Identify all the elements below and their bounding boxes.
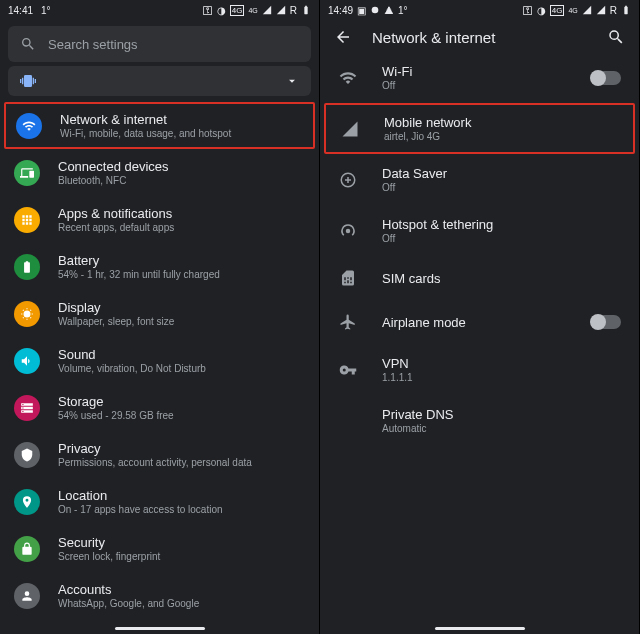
roaming-indicator: R xyxy=(290,5,297,16)
chevron-down-icon xyxy=(285,74,299,88)
item-sub: Off xyxy=(382,233,621,244)
vibrate-icon: ◑ xyxy=(537,5,546,16)
nav-gesture-pill[interactable] xyxy=(115,627,205,630)
vibrate-icon: ◑ xyxy=(217,5,226,16)
accounts-icon xyxy=(14,583,40,609)
airplane-toggle[interactable] xyxy=(591,315,621,329)
item-title: Privacy xyxy=(58,441,252,456)
nav-gesture-pill[interactable] xyxy=(435,627,525,630)
settings-item-apps[interactable]: Apps & notifications Recent apps, defaul… xyxy=(0,196,319,243)
signal-icon xyxy=(340,119,360,139)
item-sub: Volume, vibration, Do Not Disturb xyxy=(58,363,206,374)
lte-icon: 4G xyxy=(248,7,257,14)
vibrate-icon xyxy=(20,73,36,89)
net-item-vpn[interactable]: VPN 1.1.1.1 xyxy=(320,344,639,395)
settings-item-display[interactable]: Display Wallpaper, sleep, font size xyxy=(0,290,319,337)
item-title: Airplane mode xyxy=(382,315,567,330)
signal-icon xyxy=(582,5,592,15)
wifi-icon xyxy=(16,113,42,139)
item-sub: On - 17 apps have access to location xyxy=(58,504,223,515)
item-title: Private DNS xyxy=(382,407,621,422)
item-title: Storage xyxy=(58,394,174,409)
settings-item-security[interactable]: Security Screen lock, fingerprint xyxy=(0,525,319,572)
ringer-chip-row[interactable] xyxy=(8,66,311,96)
privacy-icon xyxy=(14,442,40,468)
net-item-wifi[interactable]: Wi-Fi Off xyxy=(320,52,639,103)
temp-indicator: 1° xyxy=(398,5,408,16)
net-item-airplane[interactable]: Airplane mode xyxy=(320,300,639,344)
item-sub: Off xyxy=(382,80,567,91)
item-sub: Screen lock, fingerprint xyxy=(58,551,160,562)
settings-gear-icon xyxy=(370,5,380,15)
signal-icon xyxy=(262,5,272,15)
nav-icon: ⯅ xyxy=(384,5,394,16)
settings-item-accounts[interactable]: Accounts WhatsApp, Google, and Google xyxy=(0,572,319,619)
item-title: SIM cards xyxy=(382,271,621,286)
temp-indicator: 1° xyxy=(41,5,51,16)
storage-icon xyxy=(14,395,40,421)
item-sub: Recent apps, default apps xyxy=(58,222,174,233)
item-sub: 1.1.1.1 xyxy=(382,372,621,383)
square-icon: ▣ xyxy=(357,5,366,16)
location-icon xyxy=(14,489,40,515)
item-title: Display xyxy=(58,300,174,315)
roaming-indicator: R xyxy=(610,5,617,16)
item-title: Battery xyxy=(58,253,220,268)
item-sub: WhatsApp, Google, and Google xyxy=(58,598,199,609)
item-title: Apps & notifications xyxy=(58,206,174,221)
item-sub: Automatic xyxy=(382,423,621,434)
data-icon: 4G xyxy=(230,5,245,16)
settings-item-storage[interactable]: Storage 54% used - 29.58 GB free xyxy=(0,384,319,431)
item-sub: airtel, Jio 4G xyxy=(384,131,619,142)
header-title: Network & internet xyxy=(372,29,495,46)
signal-icon-2 xyxy=(596,5,606,15)
settings-item-battery[interactable]: Battery 54% - 1 hr, 32 min until fully c… xyxy=(0,243,319,290)
search-icon xyxy=(20,36,36,52)
item-title: Hotspot & tethering xyxy=(382,217,621,232)
item-title: Wi-Fi xyxy=(382,64,567,79)
settings-item-sound[interactable]: Sound Volume, vibration, Do Not Disturb xyxy=(0,337,319,384)
apps-icon xyxy=(14,207,40,233)
settings-item-privacy[interactable]: Privacy Permissions, account activity, p… xyxy=(0,431,319,478)
item-sub: 54% - 1 hr, 32 min until fully charged xyxy=(58,269,220,280)
signal-icon-2 xyxy=(276,5,286,15)
net-item-datasaver[interactable]: Data Saver Off xyxy=(320,154,639,205)
sound-icon xyxy=(14,348,40,374)
data-icon: 4G xyxy=(550,5,565,16)
settings-item-location[interactable]: Location On - 17 apps have access to loc… xyxy=(0,478,319,525)
status-time: 14:49 xyxy=(328,5,353,16)
settings-item-connected[interactable]: Connected devices Bluetooth, NFC xyxy=(0,149,319,196)
hotspot-icon xyxy=(338,221,358,241)
item-title: Mobile network xyxy=(384,115,619,130)
item-title: Connected devices xyxy=(58,159,169,174)
item-sub: Wi-Fi, mobile, data usage, and hotspot xyxy=(60,128,231,139)
item-title: Data Saver xyxy=(382,166,621,181)
status-bar: 14:41 1° ⚿ ◑ 4G 4G R xyxy=(0,0,319,20)
devices-icon xyxy=(14,160,40,186)
item-title: VPN xyxy=(382,356,621,371)
item-sub: Off xyxy=(382,182,621,193)
svg-point-3 xyxy=(346,228,351,233)
back-arrow-icon[interactable] xyxy=(334,28,352,46)
dns-icon xyxy=(338,411,358,431)
search-settings[interactable]: Search settings xyxy=(8,26,311,62)
battery-icon xyxy=(301,5,311,15)
settings-item-network[interactable]: Network & internet Wi-Fi, mobile, data u… xyxy=(4,102,315,149)
wifi-toggle[interactable] xyxy=(591,71,621,85)
item-title: Location xyxy=(58,488,223,503)
net-item-hotspot[interactable]: Hotspot & tethering Off xyxy=(320,205,639,256)
net-item-mobile[interactable]: Mobile network airtel, Jio 4G xyxy=(324,103,635,154)
status-bar: 14:49 ▣ ⯅ 1° ⚿ ◑ 4G 4G R xyxy=(320,0,639,20)
item-title: Accounts xyxy=(58,582,199,597)
airplane-icon xyxy=(338,312,358,332)
wifi-icon xyxy=(338,68,358,88)
item-sub: 54% used - 29.58 GB free xyxy=(58,410,174,421)
search-placeholder: Search settings xyxy=(48,37,138,52)
svg-point-1 xyxy=(372,7,379,14)
net-item-dns[interactable]: Private DNS Automatic xyxy=(320,395,639,446)
sim-icon xyxy=(338,268,358,288)
search-icon[interactable] xyxy=(607,28,625,46)
item-title: Security xyxy=(58,535,160,550)
net-item-sim[interactable]: SIM cards xyxy=(320,256,639,300)
settings-main-screen: 14:41 1° ⚿ ◑ 4G 4G R Search settings xyxy=(0,0,320,634)
